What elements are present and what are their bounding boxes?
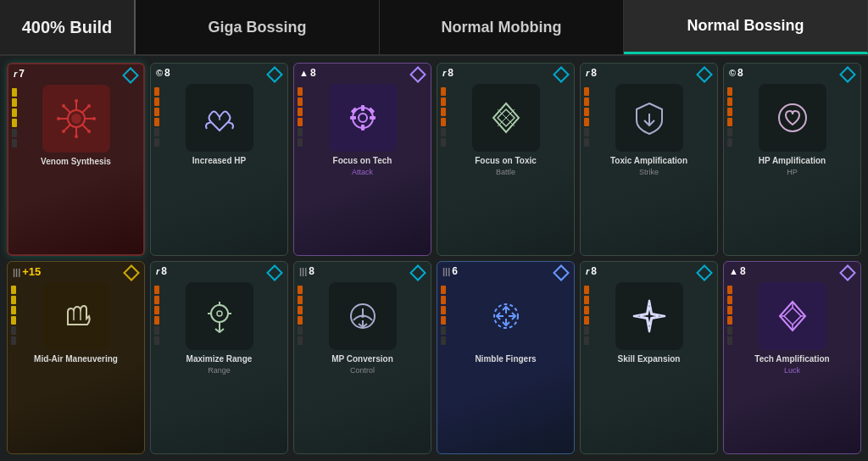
badge-icon: r <box>586 266 589 276</box>
bar-6 <box>298 336 303 345</box>
bar-3 <box>154 306 159 314</box>
badge-icon: © <box>156 68 163 78</box>
card-corner-icon <box>554 265 569 280</box>
card-image <box>759 282 826 350</box>
bar-5 <box>584 128 589 136</box>
bar-6 <box>12 139 17 147</box>
svg-point-8 <box>92 117 96 120</box>
badge-icon: ▲ <box>299 68 309 78</box>
svg-rect-24 <box>350 107 357 114</box>
tab-normal-bossing[interactable]: Normal Bossing <box>624 0 868 54</box>
card-toxic-amplification[interactable]: r 8 Toxic Amplification Strike <box>580 63 718 256</box>
card-image <box>615 84 683 152</box>
svg-point-4 <box>75 135 78 138</box>
tab-giga-bossing[interactable]: Giga Bossing <box>136 0 380 54</box>
bar-1 <box>727 87 732 96</box>
hand-point-icon <box>55 295 97 337</box>
card-corner-icon <box>123 68 138 83</box>
card-bars <box>584 87 589 147</box>
card-tech-amplification[interactable]: ▲ 8 Tech Amplification Luck <box>723 261 861 454</box>
svg-point-10 <box>62 104 65 108</box>
shield-down-icon <box>628 97 670 139</box>
bar-1 <box>441 87 446 96</box>
bar-6 <box>154 138 159 147</box>
card-badge: © 8 <box>156 67 170 79</box>
gear-circle-icon <box>342 97 384 139</box>
bar-6 <box>584 336 589 345</box>
bar-4 <box>12 119 17 127</box>
card-category: Battle <box>496 168 515 176</box>
svg-point-31 <box>779 104 806 131</box>
card-badge: r 8 <box>586 265 597 277</box>
card-badge: r 7 <box>14 68 25 80</box>
bar-1 <box>12 88 17 97</box>
bar-3 <box>727 108 732 116</box>
gauge-down-icon <box>342 295 384 337</box>
bar-5 <box>154 128 159 136</box>
card-skill-expansion[interactable]: r 8 Skill Expansion <box>580 261 718 454</box>
card-category: Control <box>350 366 375 375</box>
diamond-toxic-icon <box>485 97 527 139</box>
badge-icon: r <box>586 68 589 78</box>
bar-2 <box>584 97 589 106</box>
svg-rect-25 <box>368 107 375 114</box>
card-focus-on-toxic[interactable]: r 8 Focus on Toxic Battle <box>437 63 575 256</box>
card-venom-synthesis[interactable]: r 7 <box>7 63 145 256</box>
card-badge: r 8 <box>156 265 167 277</box>
bar-1 <box>154 87 159 96</box>
virus-icon <box>55 97 97 140</box>
card-mid-air-maneuvering[interactable]: ||| +15 Mid-Air Maneuvering <box>7 261 145 454</box>
bar-2 <box>298 296 303 304</box>
bar-1 <box>298 87 303 96</box>
card-name: Mid-Air Maneuvering <box>34 353 118 364</box>
card-name: Nimble Fingers <box>475 353 536 364</box>
bar-2 <box>584 296 589 304</box>
card-badge: r 8 <box>442 67 453 79</box>
bar-4 <box>441 118 446 126</box>
bar-1 <box>154 286 159 294</box>
svg-point-17 <box>71 114 81 124</box>
diamond-tech-icon <box>771 295 814 337</box>
card-mp-conversion[interactable]: ||| 8 MP Conversion Control <box>293 261 431 454</box>
card-badge: ||| 8 <box>299 265 314 277</box>
badge-value: 8 <box>591 265 597 277</box>
bar-5 <box>12 129 17 137</box>
bar-5 <box>727 326 732 335</box>
card-nimble-fingers[interactable]: ||| 6 Nimbl <box>437 261 575 454</box>
bar-1 <box>441 286 446 294</box>
svg-point-6 <box>57 117 60 120</box>
card-image <box>329 282 397 350</box>
card-bars <box>154 286 159 345</box>
badge-value: 6 <box>452 265 458 277</box>
card-maximize-range[interactable]: r 8 Maximize Range <box>150 261 288 454</box>
badge-value: 8 <box>591 67 597 79</box>
bar-3 <box>584 306 589 314</box>
badge-icon: ||| <box>442 266 450 276</box>
bar-5 <box>441 326 446 335</box>
svg-line-11 <box>82 125 88 131</box>
bar-2 <box>12 98 17 107</box>
badge-value: 8 <box>164 67 170 79</box>
svg-point-19 <box>359 114 367 122</box>
card-bars <box>11 286 16 345</box>
bar-3 <box>154 108 159 116</box>
card-hp-amplification[interactable]: © 8 HP Amplification HP <box>723 63 861 256</box>
bar-3 <box>441 306 446 314</box>
badge-value: 8 <box>161 265 167 277</box>
bar-6 <box>11 336 16 345</box>
tab-normal-bossing-label: Normal Bossing <box>687 17 804 35</box>
bar-3 <box>441 108 446 116</box>
card-image <box>42 85 110 153</box>
tab-normal-mobbing[interactable]: Normal Mobbing <box>380 0 624 54</box>
badge-value: 8 <box>448 67 453 79</box>
cards-grid: r 7 <box>0 56 868 461</box>
bar-2 <box>298 97 303 106</box>
card-badge: ||| 6 <box>442 265 458 277</box>
bar-4 <box>584 316 589 325</box>
brand-tab[interactable]: 400% Build <box>0 0 136 54</box>
bar-2 <box>11 296 16 304</box>
card-name: HP Amplification <box>759 155 826 166</box>
card-increased-hp[interactable]: © 8 Increased HP <box>150 63 288 256</box>
card-focus-on-tech[interactable]: ▲ 8 Focus on Tech <box>293 63 431 256</box>
card-corner-icon <box>840 67 855 82</box>
